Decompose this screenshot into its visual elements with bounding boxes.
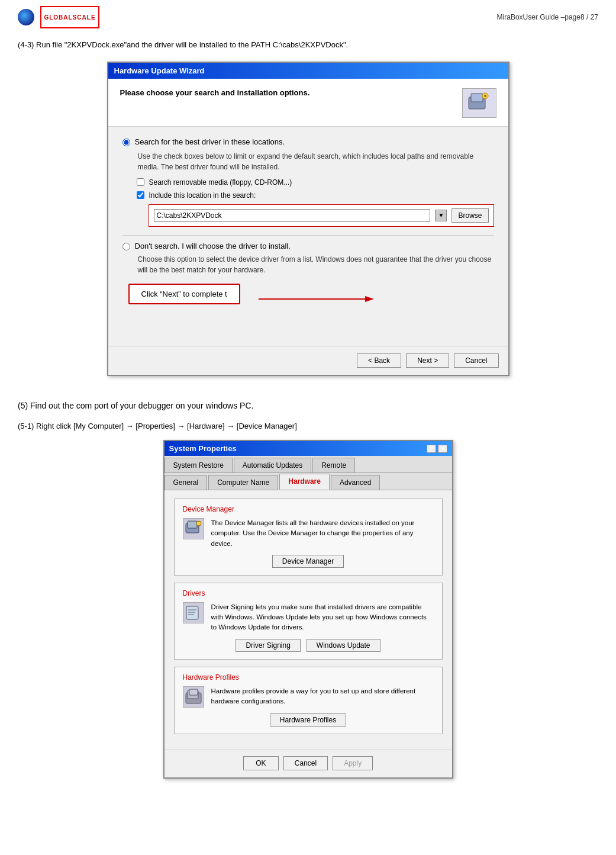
tab-general[interactable]: General: [165, 475, 208, 490]
page-ref: MiraBoxUser Guide –page8 / 27: [497, 13, 598, 21]
drivers-title: Drivers: [183, 589, 434, 597]
device-manager-content: The Device Manager lists all the hardwar…: [183, 518, 434, 549]
svg-point-9: [196, 521, 201, 526]
wizard-header-icon: [462, 88, 496, 118]
drivers-text: Driver Signing lets you make sure that i…: [211, 602, 434, 633]
tab-remote[interactable]: Remote: [312, 458, 355, 472]
radio-dont-search-desc: Choose this option to select the device …: [138, 254, 494, 275]
radio-search-option[interactable]: Search for the best driver in these loca…: [122, 137, 494, 146]
drivers-btn-row: Driver Signing Windows Update: [183, 639, 434, 652]
back-button[interactable]: < Back: [357, 353, 401, 368]
browse-button[interactable]: Browse: [451, 208, 488, 223]
radio-dont-search-option[interactable]: Don't search. I will choose the driver t…: [122, 242, 494, 250]
titlebar-buttons: ? ✕: [427, 445, 447, 453]
tab-automatic-updates[interactable]: Automatic Updates: [234, 458, 311, 472]
checkbox-removable-input[interactable]: [137, 178, 144, 186]
path-input-row: ▼ Browse: [149, 204, 494, 227]
checkbox-removable-label: Search removable media (floppy, CD-ROM..…: [149, 178, 292, 187]
hw-profiles-section: Hardware Profiles Hardware profiles prov…: [174, 667, 443, 734]
section51-heading: (5-1) Right click [My Computer] → [Prope…: [18, 420, 598, 432]
callout-wrapper: Click “Next” to complete t: [128, 284, 494, 304]
svg-rect-1: [471, 94, 483, 102]
callout-box: Click “Next” to complete t: [128, 284, 240, 304]
tab-bar-bottom: General Computer Name Hardware Advanced: [165, 473, 452, 490]
callout-arrow: [259, 294, 377, 312]
wizard-header-text: Please choose your search and installati…: [120, 88, 310, 97]
hw-profiles-content: Hardware profiles provide a way for you …: [183, 686, 434, 708]
callout-text: Click “Next” to complete t: [141, 290, 227, 298]
svg-rect-16: [189, 689, 198, 695]
hardware-wizard-dialog: Hardware Update Wizard Please choose you…: [107, 62, 509, 376]
tab-advanced[interactable]: Advanced: [331, 475, 380, 490]
wizard-footer: < Back Next > Cancel: [108, 346, 508, 375]
wizard-content: Search for the best driver in these loca…: [108, 127, 508, 346]
hw-profiles-text: Hardware profiles provide a way for you …: [211, 686, 434, 707]
svg-rect-10: [186, 606, 198, 619]
hw-profiles-btn-row: Hardware Profiles: [183, 713, 434, 727]
sysprop-titlebar: System Properties ? ✕: [165, 441, 452, 456]
svg-marker-6: [365, 296, 374, 302]
close-button[interactable]: ✕: [438, 445, 447, 453]
wizard-title: Hardware Update Wizard: [114, 66, 205, 75]
hw-profiles-icon: [183, 686, 204, 708]
tab-hardware[interactable]: Hardware: [279, 474, 330, 490]
include-location-row[interactable]: Include this location in the search:: [137, 191, 494, 200]
sysprop-apply-button[interactable]: Apply: [333, 756, 373, 770]
logo-area: GLOBALSCALE: [18, 6, 99, 28]
driver-signing-button[interactable]: Driver Signing: [236, 639, 300, 652]
path-input[interactable]: [154, 209, 431, 222]
tab-system-restore[interactable]: System Restore: [165, 458, 233, 472]
device-manager-button[interactable]: Device Manager: [272, 555, 344, 568]
device-manager-title: Device Manager: [183, 505, 434, 513]
divider: [122, 235, 494, 236]
tab-bar-top: System Restore Automatic Updates Remote: [165, 456, 452, 473]
include-location-label: Include this location in the search:: [149, 191, 256, 200]
drivers-content: Driver Signing lets you make sure that i…: [183, 602, 434, 633]
windows-update-button[interactable]: Windows Update: [307, 639, 380, 652]
hw-profiles-button[interactable]: Hardware Profiles: [270, 713, 346, 727]
drivers-icon: [183, 602, 204, 623]
include-location-checkbox[interactable]: [137, 191, 144, 199]
sysprop-body: Device Manager The Device Manager lists …: [165, 490, 452, 750]
radio-dont-search-label: Don't search. I will choose the driver t…: [135, 242, 291, 250]
globe-icon: [18, 9, 34, 25]
next-button[interactable]: Next >: [406, 353, 449, 368]
logo-text: GLOBALSCALE: [40, 6, 99, 28]
svg-rect-8: [188, 521, 197, 528]
help-button[interactable]: ?: [427, 445, 436, 453]
cancel-button[interactable]: Cancel: [454, 353, 498, 368]
sysprop-cancel-button[interactable]: Cancel: [283, 756, 328, 770]
device-manager-section: Device Manager The Device Manager lists …: [174, 499, 443, 576]
device-manager-btn-row: Device Manager: [183, 555, 434, 568]
drivers-section: Drivers Driver Signing lets you make sur…: [174, 583, 443, 660]
radio-search-label: Search for the best driver in these loca…: [135, 137, 285, 146]
radio-search-desc: Use the check boxes below to limit or ex…: [138, 151, 494, 172]
checkbox-removable-media[interactable]: Search removable media (floppy, CD-ROM..…: [137, 178, 494, 187]
sysprop-footer: OK Cancel Apply: [165, 750, 452, 777]
sysprop-dialog: System Properties ? ✕ System Restore Aut…: [163, 440, 453, 779]
page-header: GLOBALSCALE MiraBoxUser Guide –page8 / 2…: [18, 6, 598, 28]
sysprop-ok-button[interactable]: OK: [243, 756, 279, 770]
wizard-header-area: Please choose your search and installati…: [108, 79, 508, 127]
path-dropdown-arrow[interactable]: ▼: [435, 210, 447, 221]
device-manager-text: The Device Manager lists all the hardwar…: [211, 518, 434, 549]
tab-computer-name[interactable]: Computer Name: [208, 475, 278, 490]
radio-search-input[interactable]: [122, 139, 130, 146]
hw-profiles-title: Hardware Profiles: [183, 673, 434, 682]
sysprop-title: System Properties: [169, 444, 237, 453]
wizard-titlebar: Hardware Update Wizard: [108, 63, 508, 79]
section5-heading: (5) Find out the com port of your debugg…: [18, 400, 598, 412]
radio-dont-search-input[interactable]: [122, 243, 130, 250]
intro-paragraph: (4-3) Run file "2KXPVDock.exe"and the dr…: [18, 39, 598, 51]
device-manager-icon: [183, 518, 204, 539]
